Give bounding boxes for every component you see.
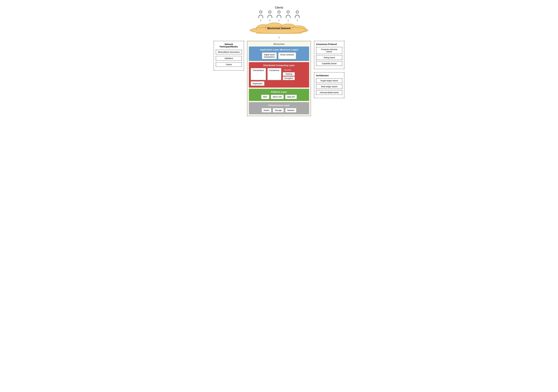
app-item-digital-asset: Digital asset transactions (262, 52, 277, 59)
main-layout: Network Participant/Nodes Miners/Block G… (214, 41, 344, 116)
client-icon-4: ↕ (285, 10, 291, 22)
infra-layer: Infrastructure Layer Nodes Storage Netwo… (249, 102, 309, 114)
blockchain-network-cloud: Blockchain Network (247, 22, 311, 35)
svg-point-4 (296, 11, 298, 13)
architecture-section: Architecture Single-ledger based Multi-l… (314, 72, 344, 98)
person-icon-4 (285, 10, 291, 19)
dist-layer: Distributed Computing Layer Transactions… (249, 62, 309, 87)
infra-item-nodes: Nodes (262, 108, 271, 113)
person-icon-2 (267, 10, 273, 19)
infra-item-storage: Storage (273, 108, 284, 113)
infra-layer-title: Infrastructure Layer (251, 104, 307, 106)
person-icon-5 (294, 10, 300, 19)
person-icon-1 (258, 10, 264, 19)
client-icons-row: ↕ ↕ ↕ ↕ (258, 10, 300, 22)
right-panel: Consensus Protocol Compute-intensive bas… (314, 41, 344, 101)
platform-layer-items: RPC REST API Web API (251, 95, 307, 99)
dist-row1: Transactions Consensus Security Hashing … (251, 68, 307, 80)
blockchain-label: Blockchain (249, 43, 309, 45)
architecture-item-single: Single-ledger based (316, 78, 342, 83)
dist-item-consensus: Consensus (267, 68, 281, 80)
security-hashing: Hashing (283, 72, 295, 76)
node-item-clients: Clients (216, 62, 242, 67)
arrow-3: ↕ (278, 19, 280, 22)
security-encryption: Encryption (283, 77, 295, 80)
architecture-item-multi: Multi-ledger based (316, 84, 342, 89)
platform-layer-title: Platform Layer (251, 91, 307, 93)
app-layer: Application Layer (Business Logic) Digit… (249, 46, 309, 61)
consensus-section-title: Consensus Protocol (316, 43, 342, 45)
left-panel-title: Network Participant/Nodes (216, 43, 242, 48)
arrow-5: ↕ (297, 19, 298, 22)
dist-layer-title: Distributed Computing Layer (251, 64, 307, 67)
security-label: Security (283, 68, 295, 72)
client-icon-1: ↕ (258, 10, 264, 22)
arrow-4: ↕ (288, 19, 289, 22)
center-arrow-down: ↕ (278, 35, 280, 39)
clients-title: Clients (275, 6, 283, 9)
app-item-smart-contracts: Smart contracts (278, 52, 296, 59)
client-icon-3: ↕ (276, 10, 282, 22)
dist-item-replication: Replication (251, 81, 264, 86)
platform-item-web-api: Web API (285, 95, 297, 99)
arrow-1: ↕ (260, 19, 262, 22)
consensus-section: Consensus Protocol Compute-intensive bas… (314, 41, 344, 69)
architecture-item-interop: Interoperability based (316, 90, 342, 95)
security-group: Security Hashing Encryption (283, 68, 295, 80)
svg-point-2 (278, 11, 280, 13)
svg-point-1 (269, 11, 271, 13)
infra-layer-items: Nodes Storage Network (251, 108, 307, 113)
diagram-wrapper: Clients ↕ ↕ (210, 3, 348, 119)
platform-item-rpc: RPC (261, 95, 269, 99)
consensus-item-voting: Voting based (316, 55, 342, 60)
client-icon-5: ↕ (294, 10, 300, 22)
architecture-section-title: Architecture (316, 74, 342, 77)
clients-section: Clients ↕ ↕ (214, 6, 344, 39)
app-layer-title: Application Layer (Business Logic) (251, 48, 307, 51)
client-icon-2: ↕ (267, 10, 273, 22)
person-icon-3 (276, 10, 282, 19)
node-item-miners: Miners/Block Generators (216, 50, 242, 54)
infra-item-network: Network (285, 108, 296, 113)
svg-point-3 (287, 11, 289, 13)
blockchain-network-label: Blockchain Network (267, 27, 291, 30)
center-panel: Blockchain Application Layer (Business L… (247, 41, 311, 116)
consensus-item-compute: Compute-intensive based (316, 47, 342, 54)
platform-item-rest-api: REST API (271, 95, 284, 99)
node-item-validators: Validators (216, 56, 242, 61)
dist-item-transactions: Transactions (251, 68, 266, 80)
arrow-2: ↕ (269, 19, 271, 22)
platform-layer: Platform Layer RPC REST API Web API (249, 89, 309, 101)
svg-point-0 (260, 11, 262, 13)
left-panel: Network Participant/Nodes Miners/Block G… (214, 41, 244, 70)
app-layer-items: Digital asset transactions Smart contrac… (251, 52, 307, 59)
consensus-item-capability: Capability based (316, 61, 342, 66)
dist-row2: Replication (251, 81, 307, 86)
